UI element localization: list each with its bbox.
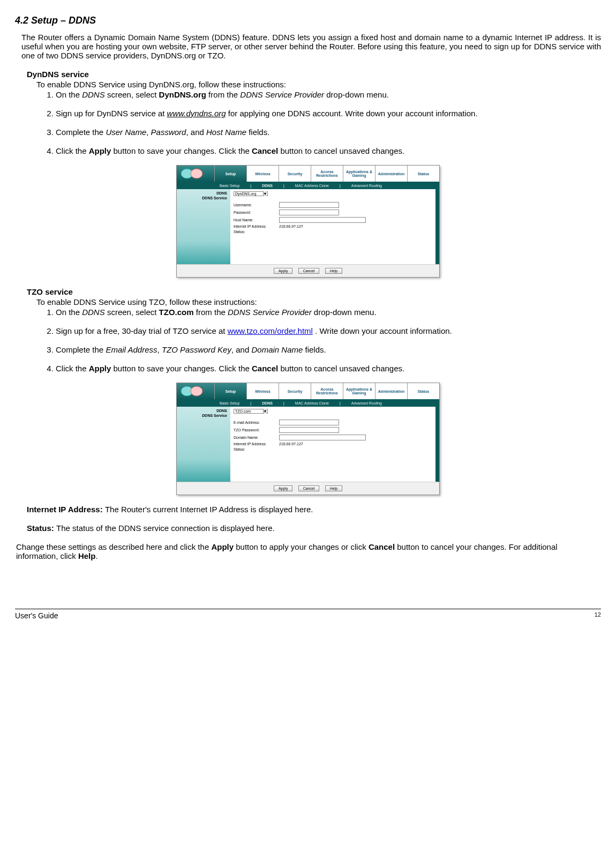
- internet-ip-desc: Internet IP Address: The Router's curren…: [27, 505, 601, 514]
- side-header: DDNS: [178, 409, 227, 413]
- footer: User's Guide 12: [15, 609, 601, 620]
- change-settings-para: Change these settings as described here …: [16, 542, 601, 560]
- tab-security[interactable]: Security: [279, 383, 311, 399]
- footer-left: User's Guide: [15, 611, 58, 620]
- tab-setup[interactable]: Setup: [214, 166, 246, 182]
- apply-button[interactable]: Apply: [274, 485, 293, 491]
- tzo-step-3: Complete the Email Address, TZO Password…: [56, 345, 601, 354]
- dyndns-step-1: On the DDNS screen, select DynDNS.org fr…: [56, 90, 601, 99]
- help-button[interactable]: Help: [325, 485, 342, 491]
- logo-icon: [179, 384, 206, 398]
- label-password: Password:: [234, 211, 274, 214]
- dyndns-instructions: To enable DDNS Service using DynDNS.org,…: [36, 80, 601, 89]
- logo-icon: [179, 167, 206, 181]
- tab-setup[interactable]: Setup: [214, 383, 246, 399]
- dyndns-step-3: Complete the User Name, Password, and Ho…: [56, 128, 601, 137]
- tab-apps[interactable]: Applications & Gaming: [343, 383, 375, 399]
- tab-status[interactable]: Status: [407, 166, 439, 182]
- side-header: DDNS: [178, 191, 227, 195]
- subnav-routing[interactable]: Advanced Routing: [351, 401, 382, 405]
- tzo-step-2: Sign up for a free, 30-day trial of TZO …: [56, 326, 601, 335]
- side-label: DDNS Service: [178, 414, 227, 417]
- label-ip: Internet IP Address:: [234, 442, 274, 446]
- subnav: Basic Setup | DDNS | MAC Address Clone |…: [177, 182, 439, 189]
- tzo-link[interactable]: www.tzo.com/order.html: [228, 326, 313, 335]
- label-tzo-password: TZO Password:: [234, 428, 274, 432]
- subnav-basic[interactable]: Basic Setup: [220, 401, 239, 405]
- label-email: E-mail Address:: [234, 421, 274, 424]
- status-desc: Status: The status of the DDNS service c…: [27, 524, 601, 533]
- tabs: Setup Wireless Security Access Restricti…: [214, 383, 439, 399]
- input-email[interactable]: [279, 420, 339, 425]
- dyndns-step-4: Click the Apply button to save your chan…: [56, 146, 601, 155]
- tzo-step-4: Click the Apply button to save your chan…: [56, 364, 601, 373]
- tab-wireless[interactable]: Wireless: [246, 383, 279, 399]
- page-number: 12: [595, 611, 601, 620]
- tzo-step-1: On the DDNS screen, select TZO.com from …: [56, 308, 601, 317]
- subnav: Basic Setup | DDNS | MAC Address Clone |…: [177, 399, 439, 407]
- dyndns-link[interactable]: www.dyndns.org: [167, 109, 226, 118]
- apply-button[interactable]: Apply: [274, 268, 293, 274]
- tab-admin[interactable]: Administration: [375, 383, 407, 399]
- input-tzo-password[interactable]: [279, 427, 339, 433]
- screenshot-tzo: Setup Wireless Security Access Restricti…: [176, 383, 440, 495]
- tab-wireless[interactable]: Wireless: [246, 166, 279, 182]
- subnav-mac[interactable]: MAC Address Clone: [295, 184, 329, 188]
- tab-admin[interactable]: Administration: [375, 166, 407, 182]
- tab-access[interactable]: Access Restrictions: [311, 166, 343, 182]
- ddns-service-select[interactable]: DynDNS.org: [234, 191, 268, 196]
- dyndns-title: DynDNS service: [27, 70, 601, 79]
- cancel-button[interactable]: Cancel: [298, 268, 320, 274]
- subnav-mac[interactable]: MAC Address Clone: [295, 401, 329, 405]
- input-username[interactable]: [279, 202, 339, 208]
- label-username: Username:: [234, 203, 274, 207]
- dyndns-step-2: Sign up for DynDNS service at www.dyndns…: [56, 109, 601, 118]
- label-ip: Internet IP Address:: [234, 225, 274, 228]
- value-ip: 210.66.97.127: [279, 442, 303, 446]
- intro-paragraph: The Router offers a Dynamic Domain Name …: [21, 33, 601, 60]
- tab-access[interactable]: Access Restrictions: [311, 383, 343, 399]
- svg-point-1: [191, 169, 202, 178]
- tzo-instructions: To enable DDNS Service using TZO, follow…: [36, 297, 601, 306]
- section-title: 4.2 Setup – DDNS: [15, 15, 601, 26]
- help-button[interactable]: Help: [325, 268, 342, 274]
- input-hostname[interactable]: [279, 217, 366, 223]
- tzo-steps: On the DDNS screen, select TZO.com from …: [47, 308, 601, 373]
- ddns-service-select[interactable]: TZO.com: [234, 409, 268, 414]
- tab-security[interactable]: Security: [279, 166, 311, 182]
- input-domain[interactable]: [279, 435, 366, 440]
- label-status: Status:: [234, 447, 274, 451]
- label-domain: Domain Name:: [234, 436, 274, 439]
- subnav-basic[interactable]: Basic Setup: [220, 184, 239, 188]
- value-ip: 210.66.97.127: [279, 225, 303, 228]
- svg-point-3: [191, 386, 202, 396]
- dyndns-steps: On the DDNS screen, select DynDNS.org fr…: [47, 90, 601, 155]
- cancel-button[interactable]: Cancel: [298, 485, 320, 491]
- screenshot-dyndns: Setup Wireless Security Access Restricti…: [176, 165, 440, 278]
- label-status: Status:: [234, 230, 274, 234]
- tab-status[interactable]: Status: [407, 383, 439, 399]
- side-label: DDNS Service: [178, 196, 227, 200]
- tabs: Setup Wireless Security Access Restricti…: [214, 166, 439, 182]
- tab-apps[interactable]: Applications & Gaming: [343, 166, 375, 182]
- subnav-routing[interactable]: Advanced Routing: [351, 184, 382, 188]
- tzo-title: TZO service: [27, 287, 601, 296]
- subnav-ddns[interactable]: DDNS: [262, 184, 273, 188]
- input-password[interactable]: [279, 210, 339, 215]
- label-hostname: Host Name:: [234, 218, 274, 222]
- subnav-ddns[interactable]: DDNS: [262, 401, 273, 405]
